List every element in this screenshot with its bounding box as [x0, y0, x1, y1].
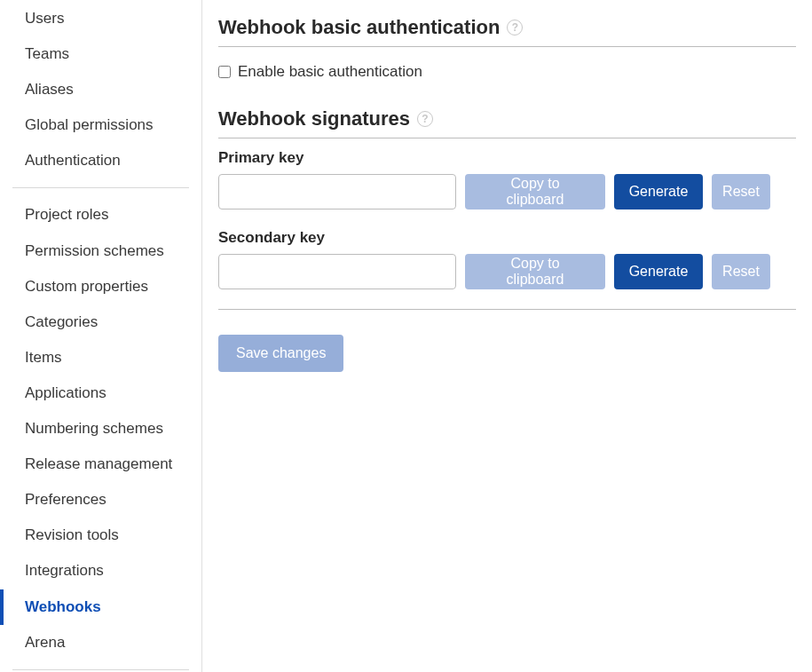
- section-title-signatures: Webhook signatures: [218, 107, 410, 130]
- sidebar-item-global-permissions[interactable]: Global permissions: [0, 107, 201, 143]
- secondary-key-row: Copy to clipboard Generate Reset: [218, 254, 796, 289]
- section-header: Webhook signatures ?: [218, 107, 796, 138]
- reset-secondary-button[interactable]: Reset: [712, 254, 770, 289]
- secondary-key-input[interactable]: [218, 254, 456, 289]
- primary-key-group: Primary key Copy to clipboard Generate R…: [218, 149, 796, 210]
- copy-secondary-button[interactable]: Copy to clipboard: [465, 254, 605, 289]
- signatures-section: Webhook signatures ? Primary key Copy to…: [218, 107, 796, 289]
- sidebar-item-categories[interactable]: Categories: [0, 304, 201, 340]
- sidebar-divider: [12, 187, 189, 188]
- sidebar-item-permission-schemes[interactable]: Permission schemes: [0, 233, 201, 269]
- secondary-key-group: Secondary key Copy to clipboard Generate…: [218, 229, 796, 289]
- help-icon[interactable]: ?: [417, 111, 433, 127]
- save-changes-button[interactable]: Save changes: [218, 335, 343, 372]
- sidebar[interactable]: Users Teams Aliases Global permissions A…: [0, 0, 202, 672]
- sidebar-item-webhooks[interactable]: Webhooks: [0, 589, 201, 625]
- sidebar-item-teams[interactable]: Teams: [0, 36, 201, 72]
- sidebar-item-arena[interactable]: Arena: [0, 625, 201, 660]
- sidebar-divider: [12, 669, 189, 670]
- section-header: Webhook basic authentication ?: [218, 16, 796, 47]
- enable-basic-auth-label[interactable]: Enable basic authentication: [238, 63, 422, 81]
- sidebar-item-project-roles[interactable]: Project roles: [0, 197, 201, 233]
- sidebar-item-aliases[interactable]: Aliases: [0, 72, 201, 107]
- primary-key-label: Primary key: [218, 149, 796, 167]
- primary-key-row: Copy to clipboard Generate Reset: [218, 174, 796, 210]
- sidebar-item-applications[interactable]: Applications: [0, 376, 201, 411]
- basic-auth-section: Webhook basic authentication ? Enable ba…: [218, 16, 796, 90]
- sidebar-item-revision-tools[interactable]: Revision tools: [0, 518, 201, 553]
- sidebar-item-numbering-schemes[interactable]: Numbering schemes: [0, 411, 201, 447]
- sidebar-item-items[interactable]: Items: [0, 340, 201, 376]
- sidebar-item-custom-properties[interactable]: Custom properties: [0, 269, 201, 304]
- sidebar-item-preferences[interactable]: Preferences: [0, 482, 201, 518]
- section-title-basic-auth: Webhook basic authentication: [218, 16, 500, 39]
- sidebar-item-users[interactable]: Users: [0, 1, 201, 36]
- generate-primary-button[interactable]: Generate: [614, 174, 703, 210]
- sidebar-item-release-management[interactable]: Release management: [0, 447, 201, 482]
- main-content: Webhook basic authentication ? Enable ba…: [202, 0, 812, 672]
- reset-primary-button[interactable]: Reset: [712, 174, 770, 210]
- generate-secondary-button[interactable]: Generate: [614, 254, 703, 289]
- enable-basic-auth-row: Enable basic authentication: [218, 58, 796, 90]
- enable-basic-auth-checkbox[interactable]: [218, 66, 231, 78]
- help-icon[interactable]: ?: [507, 20, 523, 36]
- primary-key-input[interactable]: [218, 174, 456, 210]
- secondary-key-label: Secondary key: [218, 229, 796, 247]
- sidebar-item-authentication[interactable]: Authentication: [0, 143, 201, 178]
- divider: [218, 309, 796, 310]
- copy-primary-button[interactable]: Copy to clipboard: [465, 174, 605, 210]
- sidebar-item-integrations[interactable]: Integrations: [0, 553, 201, 589]
